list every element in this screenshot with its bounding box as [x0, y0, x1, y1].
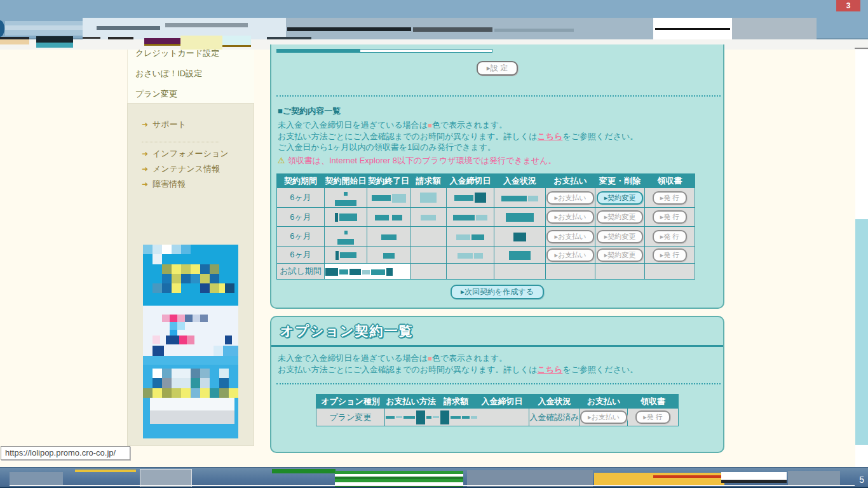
option-row: プラン変更 入金確認済み ▸お支払い ▸発 行: [316, 409, 679, 426]
promo-banner-image[interactable]: [143, 245, 238, 438]
sidebar-item-plan-change[interactable]: プラン変更: [128, 84, 254, 103]
redacted-deadline: [447, 188, 494, 208]
taskbar-item[interactable]: [721, 472, 787, 480]
redacted-bookmark[interactable]: [180, 36, 222, 50]
sidebar-divider: [142, 142, 219, 142]
contract-change-button[interactable]: ▸契約変更: [597, 230, 644, 243]
pay-button[interactable]: ▸お支払い: [546, 248, 593, 262]
contract-row: 6ヶ月 ▸お支払い ▸契約変更 ▸発 行: [277, 208, 695, 227]
period-cell: 6ヶ月: [277, 188, 325, 208]
redacted-end-date: [367, 227, 410, 247]
arrow-icon: ➜: [142, 165, 148, 173]
option-notes: 未入金で入金締切日を過ぎている場合は■色で表示されます。 お支払い方法ごとにご入…: [278, 353, 638, 375]
redacted-trial-dates: [325, 264, 410, 280]
arrow-icon: ➜: [142, 180, 148, 189]
redacted-start-date: [325, 188, 367, 208]
redacted-end-date: [367, 188, 410, 208]
contract-row: 6ヶ月 ▸お支払い ▸契約変更 ▸発 行: [277, 188, 695, 208]
arrow-icon: ➜: [142, 149, 148, 158]
redacted-amount: [410, 208, 447, 227]
overdue-color-swatch: ■: [428, 355, 432, 362]
redacted-search-text: [655, 28, 730, 30]
payment-info-link[interactable]: こちら: [537, 365, 562, 374]
receipt-warning: ⚠領収書は、Internet Explorer 8以下のブラウザ環境では発行でき…: [278, 155, 557, 166]
redacted-end-date: [367, 208, 410, 227]
contract-change-button[interactable]: ▸契約変更: [597, 248, 644, 262]
sidebar-item-credit-card[interactable]: クレジットカード設定: [128, 50, 254, 64]
sidebar-menu-top: クレジットカード設定 おさいぽ！ID設定 プラン変更: [127, 50, 254, 103]
redacted-bookmark-text: [108, 37, 133, 39]
create-next-contract-button[interactable]: ▸次回契約を作成する: [451, 285, 544, 299]
overdue-color-swatch: ■: [428, 121, 432, 129]
title-underline: [271, 345, 723, 347]
redacted-bookmark: [36, 43, 73, 48]
period-cell: 6ヶ月: [277, 227, 325, 247]
redacted-tab-highlight: [5, 25, 83, 30]
contract-panel: ▸設 定 ■ご契約内容一覧 未入金で入金締切日を過ぎている場合は■色で表示されま…: [270, 44, 724, 309]
contract-change-button[interactable]: ▸契約変更: [597, 210, 644, 224]
redacted-tab-text: [165, 23, 248, 27]
browser-toolbar: [0, 18, 868, 39]
sidebar-item-maintenance[interactable]: ➜メンテナンス情報: [142, 163, 220, 175]
redacted-option-details: [385, 409, 529, 426]
back-button-icon[interactable]: [0, 20, 4, 37]
scrollbar-thumb[interactable]: [855, 219, 868, 445]
redacted-bookmark-text: [267, 37, 311, 39]
issue-receipt-button[interactable]: ▸発 行: [653, 230, 688, 243]
redacted-deadline: [447, 227, 494, 247]
option-type-cell: プラン変更: [316, 409, 385, 426]
redacted-url-text: [494, 29, 574, 32]
sidebar-item-trouble[interactable]: ➜障害情報: [142, 179, 186, 190]
redacted-bookmark[interactable]: [222, 36, 251, 47]
taskbar-item[interactable]: [788, 471, 840, 485]
redacted-bookmark[interactable]: [36, 36, 73, 43]
pay-button[interactable]: ▸お支払い: [546, 210, 593, 224]
period-cell: 6ヶ月: [277, 247, 325, 264]
issue-receipt-button[interactable]: ▸発 行: [653, 248, 688, 262]
pay-button[interactable]: ▸お支払い: [580, 410, 627, 424]
form-row-fragment: [276, 49, 492, 53]
taskbar-item[interactable]: [272, 469, 336, 473]
option-table-header: オプション種別お支払い方法 請求額入金締切日 入金状況お支払い 領収書: [316, 395, 679, 409]
redacted-amount: [410, 227, 447, 247]
issue-receipt-button[interactable]: ▸発 行: [653, 210, 688, 224]
trial-row: お試し期間: [277, 264, 695, 280]
period-cell: お試し期間: [277, 264, 325, 280]
redacted-tab-text: [97, 26, 160, 30]
notification-badge[interactable]: 3: [836, 0, 860, 11]
taskbar-line: [10, 485, 855, 486]
redacted-bookmark[interactable]: [0, 39, 29, 44]
dotted-divider: [276, 95, 721, 97]
dotted-divider: [276, 383, 721, 384]
issue-receipt-button[interactable]: ▸発 行: [635, 410, 670, 424]
taskbar-item[interactable]: [10, 472, 63, 485]
payment-info-link[interactable]: こちら: [537, 132, 562, 141]
option-panel: オプション契約一覧 未入金で入金締切日を過ぎている場合は■色で表示されます。 お…: [270, 316, 724, 453]
sidebar-item-support[interactable]: ➜サポート: [142, 119, 186, 130]
contract-change-button[interactable]: ▸契約変更: [597, 191, 644, 205]
redacted-start-date: [325, 247, 367, 264]
contract-table: 契約期間契約開始日 契約終了日請求額 入金締切日入金状況 お支払い変更・削除 領…: [276, 173, 695, 280]
redacted-status: [494, 247, 546, 264]
issue-receipt-button[interactable]: ▸発 行: [653, 191, 688, 205]
contract-row: 6ヶ月 ▸お支払い ▸契約変更 ▸発 行: [277, 227, 695, 247]
redacted-url-text: [413, 27, 492, 32]
pay-button[interactable]: ▸お支払い: [546, 191, 593, 205]
option-status-cell: 入金確認済み: [529, 409, 580, 426]
redacted-bookmark[interactable]: [144, 38, 180, 46]
redacted-start-date: [325, 208, 367, 227]
redacted-url-text: [287, 27, 411, 31]
contract-section-title: ■ご契約内容一覧: [278, 105, 341, 117]
sidebar-item-information[interactable]: ➜インフォメーション: [142, 148, 229, 159]
settings-button[interactable]: ▸設 定: [477, 61, 518, 76]
contract-table-header: 契約期間契約開始日 契約終了日請求額 入金締切日入金状況 お支払い変更・削除 領…: [277, 174, 695, 188]
sidebar-item-osaipo-id[interactable]: おさいぽ！ID設定: [128, 64, 254, 84]
scrollbar-top: [855, 48, 868, 49]
redacted-status: [494, 188, 546, 208]
pay-button[interactable]: ▸お支払い: [546, 230, 593, 243]
redacted-amount: [410, 247, 447, 264]
taskbar-item: [75, 470, 136, 472]
redacted-amount: [410, 188, 447, 208]
contract-notes: 未入金で入金締切日を過ぎている場合は■色で表示されます。 お支払い方法ごとにご入…: [278, 119, 638, 152]
option-panel-title: オプション契約一覧: [280, 322, 413, 340]
